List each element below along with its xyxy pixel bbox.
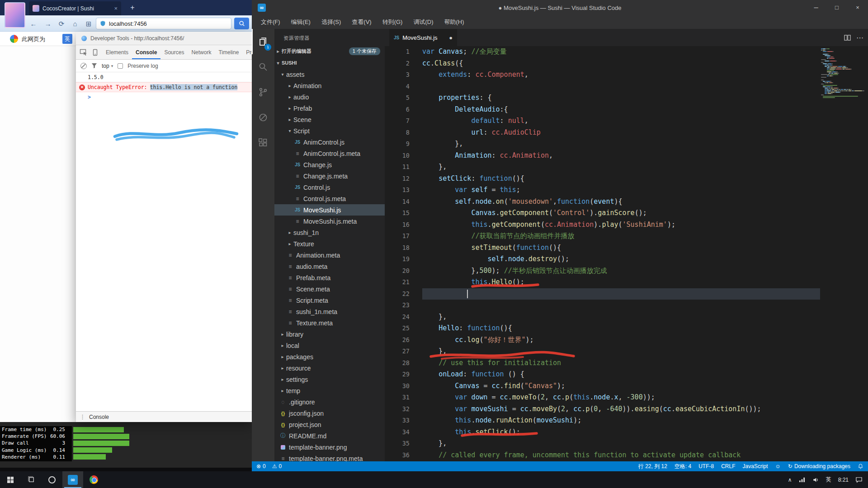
- code-line-21[interactable]: 21 this.Hello();: [385, 277, 819, 288]
- devtools-tab-elements[interactable]: Elements: [102, 45, 132, 59]
- taskbar-chrome-button[interactable]: [83, 471, 104, 488]
- console-prompt[interactable]: >: [76, 92, 252, 102]
- browser-tab[interactable]: CocosCreator | Sushi ×: [29, 1, 121, 15]
- tree-item-packages[interactable]: ▸packages: [274, 351, 385, 362]
- menu-转到(G)[interactable]: 转到(G): [377, 15, 408, 29]
- menu-查看(V)[interactable]: 查看(V): [346, 15, 377, 29]
- devtools-tab-profiles[interactable]: Profiles: [242, 45, 252, 59]
- refresh-icon[interactable]: ⟳: [57, 19, 66, 28]
- action-center-icon[interactable]: [855, 477, 863, 483]
- menu-文件(F)[interactable]: 文件(F): [255, 15, 286, 29]
- tree-item-Prefab[interactable]: ▸Prefab: [274, 103, 385, 114]
- tree-item-AnimControl.js.meta[interactable]: ≡AnimControl.js.meta: [274, 148, 385, 159]
- taskbar-clock[interactable]: 8:21: [838, 477, 849, 483]
- console-log-row[interactable]: 1.5.0: [76, 72, 252, 82]
- home-icon[interactable]: ⌂: [71, 19, 80, 28]
- code-line-30[interactable]: 30 Canvas = cc.find("Canvas");: [385, 380, 819, 392]
- problems-warnings[interactable]: ⚠ 0: [272, 463, 282, 469]
- encoding[interactable]: UTF-8: [698, 463, 714, 469]
- tree-item-sushi_1n[interactable]: ▸sushi_1n: [274, 227, 385, 238]
- code-line-14[interactable]: 14 self.node.on('mousedown',function(eve…: [385, 196, 819, 208]
- code-line-1[interactable]: 1var Canvas; //全局变量: [385, 46, 819, 58]
- code-line-19[interactable]: 19 self.node.destroy();: [385, 253, 819, 265]
- explorer-activity-icon[interactable]: 1: [252, 29, 274, 54]
- code-line-11[interactable]: 11 },: [385, 161, 819, 173]
- code-line-33[interactable]: 33 this.node.runAction(moveSushi);: [385, 415, 819, 427]
- preserve-log-checkbox[interactable]: [118, 63, 123, 69]
- code-line-36[interactable]: 36 // called every frame, uncomment this…: [385, 450, 819, 461]
- code-line-32[interactable]: 32 var moveSushi = cc.moveBy(2, cc.p(0, …: [385, 404, 819, 415]
- code-line-18[interactable]: 18 setTimeout(function(){: [385, 242, 819, 254]
- devtools-tab-network[interactable]: Network: [188, 45, 215, 59]
- tree-item-audio.meta[interactable]: ≡audio.meta: [274, 261, 385, 272]
- inspect-element-icon[interactable]: [80, 48, 88, 56]
- tree-item-jsconfig.json[interactable]: {}jsconfig.json: [274, 408, 385, 419]
- translate-lang-button[interactable]: 英: [62, 34, 72, 44]
- tree-item-.gitignore[interactable]: ◌.gitignore: [274, 396, 385, 408]
- devtools-tab-console[interactable]: Console: [132, 45, 160, 59]
- feedback-smiley-icon[interactable]: ☺: [775, 463, 781, 469]
- tree-item-Animation[interactable]: ▸Animation: [274, 80, 385, 91]
- code-line-35[interactable]: 35 },: [385, 438, 819, 450]
- code-line-13[interactable]: 13 var self = this;: [385, 184, 819, 196]
- tree-item-Scene.meta[interactable]: ≡Scene.meta: [274, 283, 385, 295]
- code-editor[interactable]: 1var Canvas; //全局变量2cc.Class({3 extends:…: [385, 46, 868, 461]
- devtools-titlebar[interactable]: Developer Tools - http://localhost:7456/: [76, 32, 252, 45]
- code-line-8[interactable]: 8 url: cc.AudioClip: [385, 127, 819, 139]
- more-actions-icon[interactable]: ⋯: [856, 33, 863, 42]
- tree-item-sushi_1n.meta[interactable]: ≡sushi_1n.meta: [274, 306, 385, 317]
- search-activity-icon[interactable]: [252, 54, 274, 80]
- code-line-5[interactable]: 5 properties: {: [385, 92, 819, 104]
- tree-item-Texture.meta[interactable]: ≡Texture.meta: [274, 317, 385, 328]
- start-button[interactable]: [0, 471, 21, 488]
- network-icon[interactable]: [799, 477, 806, 483]
- tree-item-resource[interactable]: ▸resource: [274, 362, 385, 374]
- context-dropdown[interactable]: top ▾: [102, 63, 113, 69]
- menu-调试(D)[interactable]: 调试(D): [408, 15, 439, 29]
- taskbar-vscode-button[interactable]: ∞: [62, 471, 83, 488]
- device-toolbar-icon[interactable]: [91, 48, 99, 56]
- code-line-6[interactable]: 6 DeleteAudio:{: [385, 104, 819, 116]
- code-line-34[interactable]: 34 this.setClick();: [385, 427, 819, 438]
- code-line-2[interactable]: 2cc.Class({: [385, 58, 819, 70]
- menu-帮助(H)[interactable]: 帮助(H): [439, 15, 469, 29]
- source-control-activity-icon[interactable]: [252, 80, 274, 105]
- tree-item-template-banner.png.meta[interactable]: ≡template-banner.png.meta: [274, 453, 385, 461]
- code-line-3[interactable]: 3 extends: cc.Component,: [385, 69, 819, 81]
- tree-item-temp[interactable]: ▸temp: [274, 385, 385, 396]
- code-line-17[interactable]: 17 //获取当前节点的动画组件并播放: [385, 230, 819, 242]
- code-line-9[interactable]: 9 },: [385, 138, 819, 150]
- code-line-27[interactable]: 27 },: [385, 346, 819, 357]
- code-line-15[interactable]: 15 Canvas.getComponent('Control').gainSc…: [385, 207, 819, 219]
- browser-avatar[interactable]: [5, 2, 25, 28]
- devtools-tab-timeline[interactable]: Timeline: [215, 45, 242, 59]
- code-line-31[interactable]: 31 var down = cc.moveTo(2, cc.p(this.nod…: [385, 392, 819, 404]
- search-button[interactable]: [234, 18, 249, 29]
- filter-icon[interactable]: [91, 63, 97, 69]
- hidden-icons-chevron[interactable]: ∧: [788, 477, 792, 483]
- code-line-16[interactable]: 16 this.getComponent(cc.Animation).play(…: [385, 219, 819, 231]
- back-icon[interactable]: ←: [29, 19, 38, 28]
- ime-indicator[interactable]: 英: [826, 476, 831, 483]
- editor-tab-movesushi[interactable]: JS MoveSushi.js ●: [389, 29, 457, 46]
- tree-item-README.md[interactable]: ⓘREADME.md: [274, 430, 385, 441]
- menu-选择(S)[interactable]: 选择(S): [316, 15, 346, 29]
- minimize-button[interactable]: ─: [806, 0, 826, 15]
- tree-item-Animation.meta[interactable]: ≡Animation.meta: [274, 249, 385, 261]
- tree-item-Scene[interactable]: ▸Scene: [274, 114, 385, 125]
- dirty-dot-icon[interactable]: ●: [449, 34, 453, 41]
- code-line-23[interactable]: 23: [385, 300, 819, 311]
- indentation[interactable]: 空格: 4: [675, 463, 691, 470]
- tree-item-AnimControl.js[interactable]: JSAnimControl.js: [274, 136, 385, 148]
- debug-activity-icon[interactable]: [252, 105, 274, 130]
- split-editor-icon[interactable]: [844, 34, 851, 41]
- devtools-tab-sources[interactable]: Sources: [160, 45, 188, 59]
- tree-item-assets[interactable]: ▾assets: [274, 69, 385, 80]
- maximize-button[interactable]: □: [826, 0, 847, 15]
- code-line-29[interactable]: 29 onLoad: function () {: [385, 369, 819, 380]
- tree-item-library[interactable]: ▸library: [274, 328, 385, 340]
- tree-item-template-banner.png[interactable]: template-banner.png: [274, 441, 385, 453]
- bell-icon[interactable]: [858, 463, 863, 469]
- cortana-button[interactable]: [42, 471, 62, 488]
- tree-item-Change.js[interactable]: JSChange.js: [274, 159, 385, 170]
